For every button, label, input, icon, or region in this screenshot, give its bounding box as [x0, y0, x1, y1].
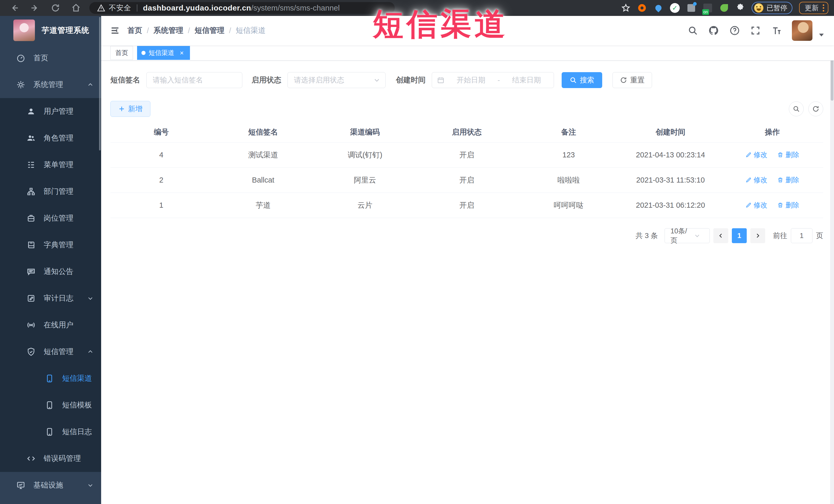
- code-icon: [27, 454, 36, 463]
- extension-on-badge-icon[interactable]: [703, 3, 712, 13]
- sidebar-item-dept-mgmt[interactable]: 部门管理: [0, 178, 101, 205]
- extension-pin-icon[interactable]: [654, 3, 663, 13]
- help-question-icon[interactable]: [729, 25, 740, 36]
- goto-page-input[interactable]: [791, 228, 812, 243]
- url-bar[interactable]: 不安全 dashboard.yudao.iocoder.cn/system/sm…: [89, 2, 395, 14]
- logo-title: 芋道管理系统: [42, 25, 89, 36]
- sidebar-item-online-users[interactable]: 在线用户: [0, 312, 101, 338]
- sidebar-item-menu-mgmt[interactable]: 菜单管理: [0, 152, 101, 178]
- browser-forward-icon[interactable]: [30, 3, 40, 13]
- cell-remark: 123: [518, 151, 620, 159]
- github-icon[interactable]: [708, 25, 719, 36]
- edit-label: 修改: [754, 175, 768, 184]
- start-date-placeholder[interactable]: 开始日期: [449, 75, 493, 85]
- pencil-icon: [745, 177, 752, 183]
- next-page-button[interactable]: [750, 228, 765, 243]
- breadcrumb-current: 短信渠道: [236, 25, 265, 36]
- avatar-caret-icon[interactable]: [819, 34, 824, 37]
- browser-back-icon[interactable]: [10, 3, 19, 13]
- extension-check-icon[interactable]: ✓: [670, 3, 680, 13]
- message-gear-icon: [27, 347, 36, 356]
- sidebar-item-label: 通知公告: [44, 266, 73, 277]
- sidebar-item-infra[interactable]: 基础设施: [0, 472, 101, 499]
- sidebar-item-error-code[interactable]: 错误码管理: [0, 445, 101, 472]
- reset-button[interactable]: 重置: [613, 72, 652, 88]
- sidebar-item-label: 错误码管理: [44, 454, 81, 464]
- status-select[interactable]: 请选择启用状态: [287, 72, 386, 88]
- calendar-icon: [437, 76, 444, 84]
- profile-paused-badge[interactable]: 已暂停: [752, 2, 792, 14]
- sidebar-scrollbar[interactable]: [99, 17, 101, 151]
- breadcrumb-home[interactable]: 首页: [127, 25, 142, 36]
- delete-link[interactable]: 删除: [777, 150, 799, 159]
- sidebar-item-sms-mgmt[interactable]: 短信管理: [0, 338, 101, 365]
- delete-link[interactable]: 删除: [777, 200, 799, 210]
- browser-home-icon[interactable]: [71, 3, 81, 13]
- search-button[interactable]: 搜索: [562, 72, 602, 88]
- sidebar-toggle-icon[interactable]: [101, 25, 127, 36]
- refresh-icon: [620, 76, 627, 84]
- cell-id: 2: [110, 176, 212, 184]
- breadcrumb-system[interactable]: 系统管理: [154, 25, 183, 36]
- sidebar-item-sms-template[interactable]: 短信模板: [0, 392, 101, 418]
- toggle-search-button[interactable]: [789, 102, 804, 116]
- edit-link[interactable]: 修改: [745, 150, 768, 159]
- sidebar-item-dict-mgmt[interactable]: 字典管理: [0, 232, 101, 258]
- signature-input-wrap: [146, 72, 242, 88]
- breadcrumb-sms[interactable]: 短信管理: [195, 25, 224, 36]
- search-icon: [570, 76, 577, 84]
- sidebar-item-role-mgmt[interactable]: 角色管理: [0, 125, 101, 152]
- cell-code: 云片: [314, 200, 416, 211]
- extension-sprout-icon[interactable]: [719, 3, 729, 13]
- user-avatar[interactable]: [792, 20, 812, 41]
- sidebar-item-post-mgmt[interactable]: 岗位管理: [0, 205, 101, 232]
- sidebar-item-home[interactable]: 首页: [0, 45, 101, 71]
- delete-link[interactable]: 删除: [777, 175, 799, 184]
- signature-input[interactable]: [153, 76, 236, 84]
- col-header-ops: 操作: [721, 127, 823, 137]
- browser-update-button[interactable]: 更新: [799, 2, 828, 14]
- add-button[interactable]: 新增: [110, 101, 150, 117]
- edit-link[interactable]: 修改: [745, 175, 768, 184]
- search-button-label: 搜索: [580, 75, 594, 85]
- browser-toolbar: 不安全 dashboard.yudao.iocoder.cn/system/sm…: [0, 0, 834, 16]
- extensions-puzzle-icon[interactable]: [736, 3, 745, 13]
- page-scrollbar[interactable]: [830, 16, 834, 504]
- page-number-1[interactable]: 1: [732, 228, 747, 243]
- bookmark-star-icon[interactable]: [621, 3, 631, 13]
- close-tab-icon[interactable]: ×: [178, 49, 185, 57]
- tab-sms-channel[interactable]: 短信渠道 ×: [137, 46, 190, 60]
- date-range-picker[interactable]: 开始日期 - 结束日期: [432, 72, 554, 88]
- extension-donut-icon[interactable]: [637, 3, 647, 13]
- sidebar-item-sms-log[interactable]: 短信日志: [0, 418, 101, 445]
- dashboard-gauge-icon: [17, 54, 25, 62]
- refresh-table-button[interactable]: [808, 102, 823, 116]
- prev-page-button[interactable]: [714, 228, 728, 243]
- sidebar-item-sms-channel[interactable]: 短信渠道: [0, 365, 101, 392]
- tab-home[interactable]: 首页: [110, 46, 133, 60]
- cell-created: 2021-03-31 11:53:10: [620, 176, 722, 184]
- logo-image: [13, 20, 35, 41]
- page-size-select[interactable]: 10条/页: [664, 228, 710, 243]
- page-size-value: 10条/页: [671, 226, 688, 245]
- profile-emoji-icon: [754, 3, 763, 13]
- sidebar-item-system[interactable]: 系统管理: [0, 71, 101, 98]
- sidebar-item-audit-log[interactable]: 审计日志: [0, 285, 101, 312]
- sidebar-item-user-mgmt[interactable]: 用户管理: [0, 98, 101, 125]
- delete-label: 删除: [786, 200, 799, 210]
- extension-mixer-icon[interactable]: [686, 3, 696, 13]
- edit-link[interactable]: 修改: [745, 200, 768, 210]
- browser-reload-icon[interactable]: [51, 3, 60, 13]
- cell-signature: 测试渠道: [212, 150, 314, 160]
- font-size-icon[interactable]: [771, 25, 782, 36]
- signal-icon: [27, 321, 36, 329]
- fullscreen-icon[interactable]: [750, 25, 761, 36]
- cell-created: 2021-03-31 06:12:20: [620, 201, 722, 210]
- end-date-placeholder[interactable]: 结束日期: [505, 75, 549, 85]
- sidebar-logo[interactable]: 芋道管理系统: [0, 16, 101, 45]
- phone-icon: [45, 401, 54, 410]
- cell-created: 2021-04-13 00:23:14: [620, 151, 722, 159]
- cell-code: 调试(钉钉): [314, 150, 416, 160]
- header-search-icon[interactable]: [688, 25, 698, 36]
- sidebar-item-notice-mgmt[interactable]: 通知公告: [0, 258, 101, 285]
